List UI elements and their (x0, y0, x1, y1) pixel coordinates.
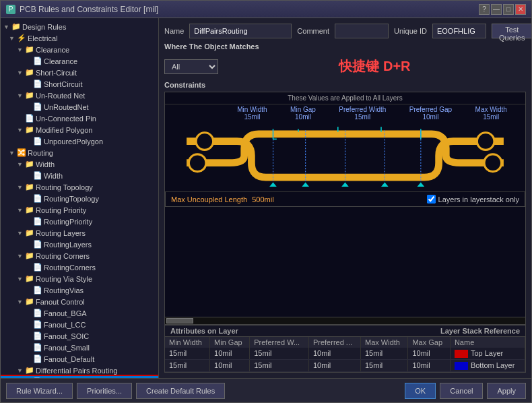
tree-icon: 📄 (33, 343, 42, 352)
tree-label: UnpouredPolygon (44, 137, 103, 146)
tree-icon: 📁 (25, 125, 34, 134)
comment-input[interactable] (335, 24, 389, 38)
svg-point-1 (189, 154, 206, 172)
expand-icon: ▼ (9, 150, 15, 156)
minimize-btn[interactable]: — (491, 4, 502, 15)
horizontal-scrollbar[interactable] (164, 317, 526, 325)
tree-item-routing-topology[interactable]: ▼ 📁 Routing Topology (1, 181, 158, 193)
tree-item-fanout-default[interactable]: 📄 Fanout_Default (1, 353, 158, 365)
tree-item-fanout-lcc[interactable]: 📄 Fanout_LCC (1, 319, 158, 330)
svg-point-0 (196, 133, 213, 150)
tree-icon: 📁 (25, 228, 34, 237)
name-label: Name (164, 27, 184, 35)
tree-container[interactable]: ▼ 📁 Design Rules ▼ ⚡ Electrical ▼ 📁 Clea… (1, 18, 158, 378)
rule-wizard-button[interactable]: Rule Wizard... (6, 383, 73, 399)
table-header-row: Min Width Min Gap Preferred W... Preferr… (165, 337, 525, 348)
create-default-rules-button[interactable]: Create Default Rules (136, 383, 225, 399)
pref-gap-col: Preferred Gap 10mil (409, 106, 452, 121)
top-pref-width: 15mil (250, 348, 309, 360)
tree-item-unrouted-net[interactable]: ▼ 📁 Un-Routed Net (1, 90, 158, 101)
tree-label: Design Rules (22, 23, 66, 31)
title-bar-left: P PCB Rules and Constraints Editor [mil] (6, 5, 158, 14)
tree-item-fanout-control[interactable]: ▼ 📁 Fanout Control (1, 296, 158, 307)
tree-item-routing-priority[interactable]: ▼ 📁 Routing Priority (1, 204, 158, 216)
tree-icon: 📁 (25, 274, 34, 283)
tree-icon: 📄 (33, 354, 42, 363)
tree-item-width-group[interactable]: ▼ 📁 Width (1, 158, 158, 170)
top-layer-color (455, 350, 468, 358)
col-max-gap: Max Gap (408, 337, 450, 348)
priorities-button[interactable]: Priorities... (77, 383, 132, 399)
layers-checkbox-row[interactable]: Layers in layerstack only (427, 195, 519, 204)
tree-label: Fanout_Default (44, 355, 94, 363)
ok-button[interactable]: OK (405, 383, 436, 399)
tree-item-design-rules[interactable]: ▼ 📁 Design Rules (1, 21, 158, 32)
constraints-section: Constraints These Values are Applied to … (164, 81, 526, 373)
apply-button[interactable]: Apply (487, 383, 526, 399)
tree-item-unpouredpolygon[interactable]: 📄 UnpouredPolygon (1, 135, 158, 147)
tree-item-short-circuit[interactable]: ▼ 📁 Short-Circuit (1, 67, 158, 78)
tree-item-routing-via-style[interactable]: ▼ 📁 Routing Via Style (1, 273, 158, 284)
tree-item-width[interactable]: 📄 Width (1, 170, 158, 181)
pref-width-value: 15mil (339, 113, 386, 121)
layers-checkbox-label: Layers in layerstack only (438, 195, 519, 204)
table-row-bottom[interactable]: 15mil 10mil 15mil 10mil 15mil 10mil Bott… (165, 359, 525, 371)
tree-label: ShortCircuit (44, 80, 82, 88)
tree-item-fanout-soic[interactable]: 📄 Fanout_SOIC (1, 330, 158, 342)
tree-item-modified-polygon[interactable]: ▼ 📁 Modified Polygon (1, 124, 158, 135)
tree-item-routing-corners[interactable]: ▼ 📁 Routing Corners (1, 250, 158, 261)
expand-icon: ▼ (17, 46, 24, 53)
tree-icon: 📁 (25, 68, 34, 77)
top-max-gap: 10mil (408, 348, 450, 360)
constraints-title: Constraints (164, 81, 526, 89)
left-panel: ▼ 📁 Design Rules ▼ ⚡ Electrical ▼ 📁 Clea… (1, 18, 159, 378)
tree-icon: 📄 (33, 309, 42, 317)
table-row-top[interactable]: 15mil 10mil 15mil 10mil 15mil 10mil Top … (165, 348, 525, 360)
title-bar: P PCB Rules and Constraints Editor [mil]… (1, 1, 531, 18)
col-min-width: Min Width (165, 337, 210, 348)
tree-icon: 📄 (33, 80, 42, 88)
tree-item-clearance-group[interactable]: ▼ 📁 Clearance (1, 44, 158, 55)
test-queries-button[interactable]: Test Queries (492, 24, 531, 38)
tree-item-routing-layers[interactable]: ▼ 📁 Routing Layers (1, 227, 158, 239)
cancel-button[interactable]: Cancel (440, 383, 483, 399)
tree-label: Fanout_SOIC (44, 332, 89, 340)
pref-gap-value: 10mil (409, 113, 452, 121)
expand-icon: ▼ (17, 276, 24, 282)
maximize-btn[interactable]: □ (503, 4, 514, 15)
tree-item-routingpriority[interactable]: 📄 RoutingPriority (1, 216, 158, 227)
top-name: Top Layer (450, 348, 525, 360)
close-btn[interactable]: ✕ (515, 4, 526, 15)
tree-item-routingcorners[interactable]: 📄 RoutingCorners (1, 261, 158, 273)
tree-item-diff-pairs[interactable]: ▼ 📁 Differential Pairs Routing (1, 365, 158, 376)
help-btn[interactable]: ? (479, 4, 490, 15)
tree-item-fanout-small[interactable]: 📄 Fanout_Small (1, 342, 158, 353)
all-dropdown[interactable]: All (164, 59, 218, 74)
tree-item-routinglayers[interactable]: 📄 RoutingLayers (1, 239, 158, 250)
tree-item-fanout-bga[interactable]: 📄 Fanout_BGA (1, 307, 158, 319)
tree-item-clearance[interactable]: 📄 Clearance (1, 55, 158, 67)
tree-item-shortcircuit[interactable]: 📄 ShortCircuit (1, 78, 158, 90)
top-min-gap: 10mil (210, 348, 250, 360)
title-bar-controls: ? — □ ✕ (479, 4, 526, 15)
tree-item-routingtopology[interactable]: 📄 RoutingTopology (1, 193, 158, 204)
bottom-pref-gap: 10mil (308, 359, 360, 371)
tree-item-unconnected-pin[interactable]: 📄 Un-Connected Pin (1, 113, 158, 124)
scrollbar-thumb[interactable] (166, 318, 193, 323)
tree-label: RoutingLayers (44, 241, 92, 249)
top-min-width: 15mil (165, 348, 210, 360)
tree-item-unroutednet[interactable]: 📄 UnRoutedNet (1, 101, 158, 113)
bottom-layer-color (455, 362, 468, 370)
layers-checkbox[interactable] (427, 195, 436, 204)
tree-icon: 📁 (25, 160, 34, 168)
tree-item-electrical[interactable]: ▼ ⚡ Electrical (1, 32, 158, 44)
tree-label: Fanout Control (36, 298, 85, 306)
tree-item-routingvias[interactable]: 📄 RoutingVias (1, 284, 158, 296)
name-input[interactable] (189, 24, 292, 38)
tree-label: Fanout_Small (44, 344, 90, 352)
unique-id-input[interactable] (432, 24, 486, 38)
tree-item-routing[interactable]: ▼ 🔀 Routing (1, 147, 158, 158)
bottom-max-width: 15mil (360, 359, 407, 371)
max-width-label: Max Width (475, 106, 507, 113)
svg-point-3 (484, 154, 502, 172)
